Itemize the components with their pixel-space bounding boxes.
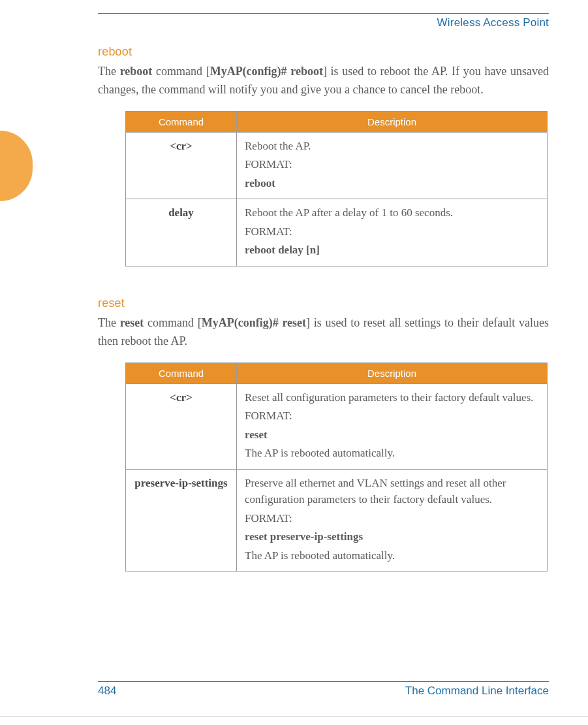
- header-rule: [98, 13, 549, 14]
- desc-line: FORMAT:: [245, 408, 539, 425]
- table-row: <cr> Reset all configuration parameters …: [126, 383, 548, 469]
- column-header-command: Command: [126, 111, 237, 132]
- desc-line: reset preserve-ip-settings: [245, 528, 539, 545]
- command-cell: preserve-ip-settings: [126, 469, 237, 572]
- table-row: delay Reboot the AP after a delay of 1 t…: [126, 199, 548, 266]
- intro-bold-cmd: reset: [120, 316, 144, 329]
- chapter-title: The Command Line Interface: [405, 685, 549, 698]
- desc-line: reboot delay [n]: [245, 242, 539, 259]
- desc-line: reboot: [245, 175, 539, 192]
- desc-line: reset: [245, 427, 539, 443]
- format-value: reset: [245, 428, 268, 441]
- table-header-row: Command Description: [126, 111, 548, 132]
- desc-line: Reset all configuration parameters to th…: [245, 389, 539, 406]
- desc-line: The AP is rebooted automatically.: [245, 547, 539, 564]
- intro-text: The: [98, 65, 120, 78]
- column-header-description: Description: [237, 362, 548, 383]
- format-value: reboot delay [n]: [245, 244, 320, 256]
- footer-rule: [98, 681, 549, 682]
- command-table-reboot: Command Description <cr> Reboot the AP. …: [125, 111, 548, 266]
- intro-text: command [: [152, 65, 209, 78]
- section-intro-reboot: The reboot command [MyAP(config)# reboot…: [98, 63, 549, 99]
- intro-bold-prompt: MyAP(config)# reboot: [210, 65, 323, 78]
- description-cell: Reboot the AP after a delay of 1 to 60 s…: [237, 199, 548, 266]
- description-cell: Reset all configuration parameters to th…: [237, 383, 548, 469]
- desc-line: FORMAT:: [245, 156, 539, 173]
- intro-text: The: [98, 316, 120, 329]
- desc-line: Preserve all ethernet and VLAN settings …: [245, 475, 539, 508]
- intro-text: command [: [144, 316, 201, 329]
- command-cell: <cr>: [126, 132, 237, 199]
- description-cell: Reboot the AP. FORMAT: reboot: [237, 132, 548, 199]
- desc-line: FORMAT:: [245, 510, 539, 527]
- desc-line: Reboot the AP.: [245, 138, 539, 155]
- column-header-description: Description: [237, 111, 548, 132]
- document-header-title: Wireless Access Point: [98, 16, 549, 29]
- section-intro-reset: The reset command [MyAP(config)# reset] …: [98, 314, 549, 351]
- table-header-row: Command Description: [126, 362, 548, 383]
- page-content: Wireless Access Point reboot The reboot …: [0, 0, 588, 725]
- desc-line: The AP is rebooted automatically.: [245, 445, 539, 462]
- command-table-reset: Command Description <cr> Reset all confi…: [125, 362, 548, 572]
- table-row: <cr> Reboot the AP. FORMAT: reboot: [126, 132, 548, 199]
- section-title-reset: reset: [98, 297, 549, 310]
- page-footer: 484 The Command Line Interface: [98, 681, 549, 698]
- format-value: reset preserve-ip-settings: [245, 530, 363, 543]
- section-title-reboot: reboot: [98, 45, 549, 59]
- intro-bold-prompt: MyAP(config)# reset: [202, 316, 306, 329]
- page-number: 484: [98, 685, 116, 698]
- column-header-command: Command: [126, 362, 237, 383]
- command-cell: <cr>: [126, 383, 237, 469]
- command-cell: delay: [126, 199, 237, 266]
- table-row: preserve-ip-settings Preserve all ethern…: [126, 469, 548, 572]
- bottom-edge-rule: [0, 717, 588, 717]
- desc-line: FORMAT:: [245, 223, 539, 240]
- description-cell: Preserve all ethernet and VLAN settings …: [237, 469, 548, 572]
- intro-bold-cmd: reboot: [120, 65, 153, 78]
- format-value: reboot: [245, 177, 275, 189]
- desc-line: Reboot the AP after a delay of 1 to 60 s…: [245, 204, 539, 221]
